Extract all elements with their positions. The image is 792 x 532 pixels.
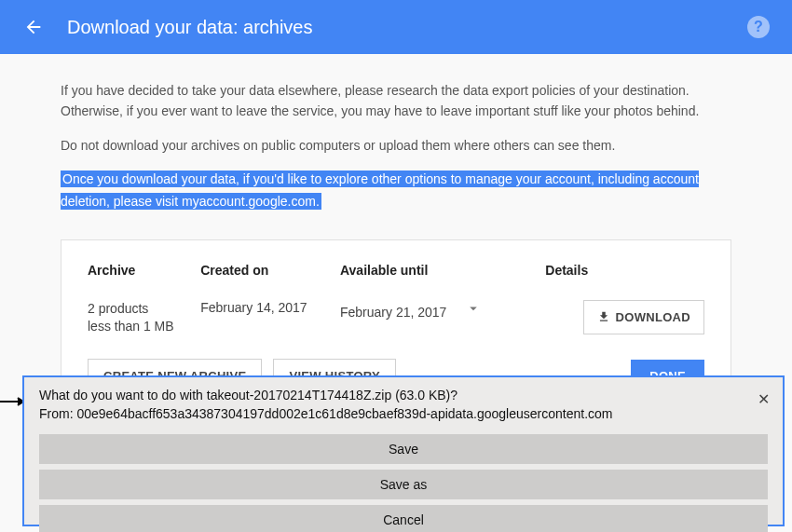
- col-archive: Archive: [88, 263, 200, 300]
- content-area: If you have decided to take your data el…: [61, 54, 731, 416]
- intro-text: If you have decided to take your data el…: [61, 80, 731, 213]
- archives-table: Archive Created on Available until Detai…: [88, 263, 704, 359]
- table-row: 2 products less than 1 MB February 14, 2…: [88, 300, 704, 359]
- download-button[interactable]: DOWNLOAD: [583, 300, 704, 334]
- archive-cell: 2 products less than 1 MB: [88, 300, 200, 359]
- back-arrow-icon[interactable]: [22, 16, 45, 38]
- app-bar: Download your data: archives ?: [0, 0, 792, 54]
- page-title: Download your data: archives: [67, 17, 312, 38]
- created-cell: February 14, 2017: [200, 300, 340, 359]
- dialog-save-button[interactable]: Save: [39, 434, 768, 464]
- dialog-saveas-button[interactable]: Save as: [39, 470, 768, 499]
- col-available: Available until: [340, 263, 545, 300]
- chevron-down-icon[interactable]: [450, 300, 497, 320]
- intro-paragraph-2: Do not download your archives on public …: [61, 135, 703, 156]
- col-created: Created on: [200, 263, 340, 300]
- download-icon: [597, 310, 610, 323]
- dialog-cancel-button[interactable]: Cancel: [39, 505, 768, 532]
- available-cell: February 21, 2017: [340, 300, 545, 359]
- help-icon[interactable]: ?: [747, 16, 770, 38]
- dialog-message: What do you want to do with takeout-2017…: [39, 387, 768, 423]
- table-header-row: Archive Created on Available until Detai…: [88, 263, 704, 300]
- annotation-arrow-icon: [0, 393, 25, 402]
- intro-paragraph-highlighted: Once you download your data, if you'd li…: [61, 171, 699, 210]
- col-details: Details: [545, 263, 704, 300]
- intro-paragraph-1: If you have decided to take your data el…: [61, 80, 703, 122]
- available-text: February 21, 2017: [340, 305, 446, 320]
- dialog-line1: What do you want to do with takeout-2017…: [39, 387, 768, 405]
- archive-line1: 2 products: [88, 300, 200, 319]
- close-icon[interactable]: ✕: [758, 390, 770, 408]
- dialog-line2: From: 00e9e64bacff653a34387304197dd002e1…: [39, 405, 768, 424]
- archive-line2: less than 1 MB: [88, 318, 200, 336]
- download-dialog: ✕ What do you want to do with takeout-20…: [22, 375, 785, 526]
- download-label: DOWNLOAD: [616, 310, 690, 324]
